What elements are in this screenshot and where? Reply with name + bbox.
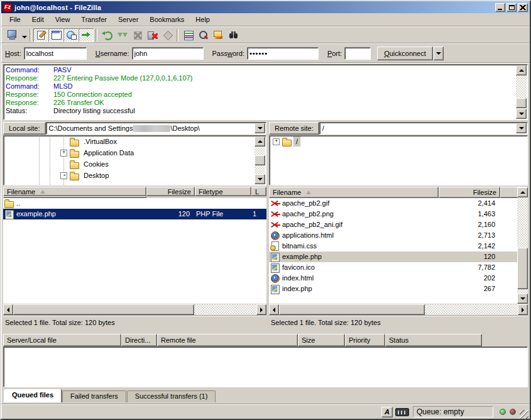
scroll-up-button[interactable]: [255, 136, 265, 146]
scrollbar-track[interactable]: [13, 304, 256, 315]
column-header[interactable]: Filesize: [439, 187, 500, 198]
titlebar[interactable]: Fz john@localhost - FileZilla: [1, 1, 530, 13]
tree-expander[interactable]: [60, 150, 67, 157]
quickconnect-button[interactable]: Quickconnect: [377, 47, 433, 60]
host-input[interactable]: [24, 47, 87, 60]
queue-column-header[interactable]: Server/Local file: [3, 334, 121, 346]
file-row[interactable]: bitnami.css 2,142: [269, 241, 517, 251]
speed-limit-icon[interactable]: [395, 408, 409, 416]
file-row[interactable]: favicon.ico 7,782: [269, 262, 517, 273]
scrollbar-thumb[interactable]: [279, 304, 425, 315]
tree-expander[interactable]: [273, 138, 280, 145]
scroll-down-button[interactable]: [516, 109, 527, 119]
scroll-down-button[interactable]: [517, 294, 528, 304]
maximize-button[interactable]: [506, 3, 517, 12]
minimize-button[interactable]: [495, 3, 505, 12]
toolbar-button[interactable]: [33, 28, 48, 42]
file-row[interactable]: ..: [3, 198, 266, 209]
scroll-right-button[interactable]: [256, 304, 266, 315]
file-row[interactable]: index.html 202: [269, 273, 517, 284]
scrollbar-track[interactable]: [255, 146, 265, 174]
scrollbar-thumb[interactable]: [516, 98, 527, 108]
tree-item[interactable]: /: [270, 136, 527, 147]
toolbar-button[interactable]: [226, 28, 241, 42]
username-input[interactable]: [132, 47, 204, 60]
tree-item[interactable]: Cookies: [4, 158, 266, 170]
menu-item[interactable]: Server: [112, 14, 144, 25]
menu-item[interactable]: Edit: [26, 14, 50, 25]
remote-horizontal-scrollbar[interactable]: [269, 304, 528, 315]
remote-site-combobox[interactable]: /: [319, 122, 528, 135]
toolbar-button[interactable]: [48, 28, 63, 42]
menu-item[interactable]: Transfer: [75, 14, 112, 25]
scrollbar-track[interactable]: [517, 197, 528, 294]
file-row[interactable]: apache_pb2_ani.gif 2,160: [269, 219, 517, 230]
scrollbar-track[interactable]: [279, 304, 518, 315]
quickconnect-dropdown-button[interactable]: [434, 47, 444, 60]
file-row[interactable]: apache_pb2.png 1,463: [269, 209, 517, 219]
local-tree-vertical-scrollbar[interactable]: [255, 136, 265, 184]
queue-column-header[interactable]: Size: [298, 334, 345, 346]
queue-column-header[interactable]: Directi...: [121, 334, 157, 346]
queue-tab[interactable]: Failed transfers: [62, 390, 126, 402]
resize-grip[interactable]: [520, 410, 528, 419]
queue-tab[interactable]: Successful transfers (1): [127, 390, 216, 402]
column-header[interactable]: Filename: [3, 187, 146, 196]
file-row[interactable]: applications.html 2,713: [269, 230, 517, 241]
remote-list-vertical-scrollbar[interactable]: [517, 187, 528, 304]
toolbar-button[interactable]: [99, 28, 114, 42]
port-input[interactable]: [344, 47, 371, 60]
file-row[interactable]: example.php 120 PHP File 1: [3, 209, 266, 219]
scrollbar-thumb[interactable]: [255, 155, 265, 165]
scrollbar-track[interactable]: [516, 75, 527, 109]
remote-file-list[interactable]: apache_pb2.gif 2,414 apache_pb2.png 1,46…: [269, 198, 517, 304]
tree-item[interactable]: Application Data: [4, 147, 266, 158]
scroll-up-button[interactable]: [516, 65, 527, 75]
column-header[interactable]: Filetype: [195, 187, 251, 196]
close-button[interactable]: [518, 3, 528, 12]
menu-item[interactable]: Help: [190, 14, 216, 25]
toolbar-button[interactable]: [211, 28, 226, 42]
toolbar-button[interactable]: [19, 28, 28, 42]
file-row[interactable]: index.php 267: [269, 284, 517, 294]
toolbar-button[interactable]: [145, 28, 160, 42]
scroll-right-button[interactable]: [518, 304, 528, 315]
tree-item[interactable]: .VirtualBox: [4, 136, 266, 147]
local-horizontal-scrollbar[interactable]: [3, 304, 266, 315]
menu-item[interactable]: Bookmarks: [144, 14, 190, 25]
scroll-left-button[interactable]: [269, 304, 279, 315]
scrollbar-thumb[interactable]: [517, 248, 528, 289]
password-input[interactable]: [247, 47, 319, 60]
queue-tab[interactable]: Queued files: [4, 389, 62, 402]
queue-column-header[interactable]: Remote file: [157, 334, 298, 346]
file-row[interactable]: apache_pb2.gif 2,414: [269, 198, 517, 209]
toolbar-button[interactable]: [180, 28, 195, 42]
menu-item[interactable]: File: [4, 14, 26, 25]
data-type-indicator-icon[interactable]: A: [381, 407, 393, 417]
queue-column-header[interactable]: Status: [385, 334, 482, 346]
local-file-list[interactable]: .. example.php 120 PHP File 1: [3, 198, 266, 304]
toolbar-button[interactable]: [4, 28, 19, 42]
toolbar-button[interactable]: [114, 28, 129, 42]
tree-expander[interactable]: [60, 172, 67, 179]
menu-item[interactable]: View: [50, 14, 76, 25]
message-log[interactable]: Command:PASV Response:227 Entering Passi…: [3, 64, 528, 120]
local-directory-tree[interactable]: .VirtualBox Application Data Cookies: [3, 135, 266, 185]
scroll-up-button[interactable]: [517, 187, 528, 197]
local-site-dropdown-button[interactable]: [255, 123, 265, 133]
remote-site-dropdown-button[interactable]: [516, 123, 527, 133]
toolbar-button[interactable]: [79, 28, 94, 42]
log-vertical-scrollbar[interactable]: [516, 65, 527, 119]
scroll-left-button[interactable]: [3, 304, 13, 315]
toolbar-button[interactable]: [195, 28, 211, 42]
file-row[interactable]: example.php 120: [269, 251, 517, 262]
column-header[interactable]: Filesize: [146, 187, 195, 196]
local-site-combobox[interactable]: C:\Documents and Settings\Desktop\: [46, 122, 266, 135]
column-header[interactable]: L: [251, 187, 266, 196]
tree-item[interactable]: Desktop: [4, 170, 266, 181]
transfer-queue-list[interactable]: [3, 346, 528, 387]
column-header[interactable]: Filename: [269, 187, 439, 198]
toolbar-button[interactable]: [63, 28, 79, 42]
scroll-down-button[interactable]: [255, 174, 265, 184]
remote-directory-tree[interactable]: /: [269, 135, 528, 185]
